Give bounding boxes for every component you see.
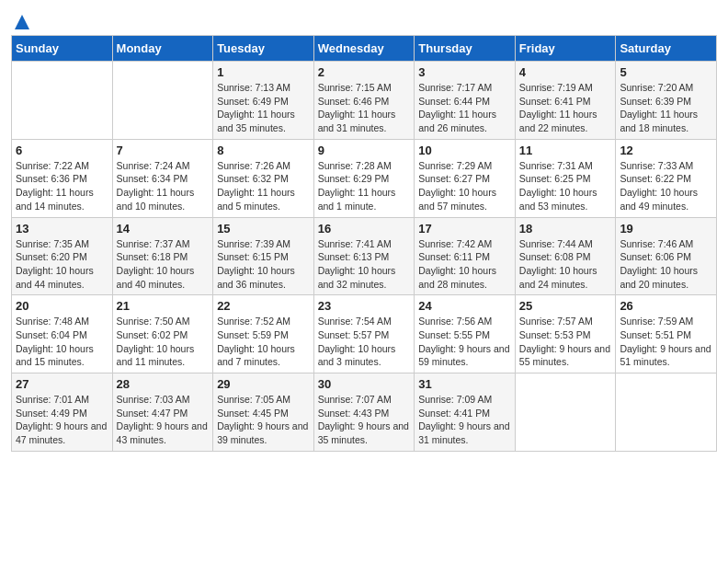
day-cell: 8Sunrise: 7:26 AMSunset: 6:32 PMDaylight… xyxy=(213,139,314,217)
day-info: Sunrise: 7:26 AMSunset: 6:32 PMDaylight:… xyxy=(217,159,310,213)
day-cell: 3Sunrise: 7:17 AMSunset: 6:44 PMDaylight… xyxy=(415,62,516,140)
day-info: Sunrise: 7:46 AMSunset: 6:06 PMDaylight:… xyxy=(620,237,712,292)
day-number: 11 xyxy=(519,144,612,157)
day-cell: 25Sunrise: 7:57 AMSunset: 5:53 PMDayligh… xyxy=(515,295,616,373)
day-cell: 22Sunrise: 7:52 AMSunset: 5:59 PMDayligh… xyxy=(213,295,314,373)
day-number: 29 xyxy=(217,377,310,391)
day-cell: 15Sunrise: 7:39 AMSunset: 6:15 PMDayligh… xyxy=(213,217,314,295)
week-row-2: 6Sunrise: 7:22 AMSunset: 6:36 PMDaylight… xyxy=(12,139,717,217)
day-number: 15 xyxy=(217,222,310,236)
day-cell: 7Sunrise: 7:24 AMSunset: 6:34 PMDaylight… xyxy=(112,139,213,217)
day-cell: 2Sunrise: 7:15 AMSunset: 6:46 PMDaylight… xyxy=(313,62,415,140)
day-number: 31 xyxy=(418,377,511,391)
day-number: 18 xyxy=(519,222,612,236)
day-info: Sunrise: 7:17 AMSunset: 6:44 PMDaylight:… xyxy=(418,81,511,135)
day-info: Sunrise: 7:22 AMSunset: 6:36 PMDaylight:… xyxy=(16,159,108,213)
header-row: SundayMondayTuesdayWednesdayThursdayFrid… xyxy=(12,36,717,62)
day-info: Sunrise: 7:52 AMSunset: 5:59 PMDaylight:… xyxy=(217,315,310,369)
day-info: Sunrise: 7:59 AMSunset: 5:51 PMDaylight:… xyxy=(620,315,712,369)
day-cell: 27Sunrise: 7:01 AMSunset: 4:49 PMDayligh… xyxy=(12,373,113,452)
day-info: Sunrise: 7:31 AMSunset: 6:25 PMDaylight:… xyxy=(519,159,612,213)
day-header-thursday: Thursday xyxy=(415,36,516,62)
day-number: 24 xyxy=(418,299,511,313)
day-number: 12 xyxy=(620,144,712,157)
day-cell: 28Sunrise: 7:03 AMSunset: 4:47 PMDayligh… xyxy=(112,373,213,452)
day-number: 8 xyxy=(217,144,310,157)
week-row-3: 13Sunrise: 7:35 AMSunset: 6:20 PMDayligh… xyxy=(12,217,717,295)
day-number: 22 xyxy=(217,299,310,313)
day-info: Sunrise: 7:35 AMSunset: 6:20 PMDaylight:… xyxy=(16,237,108,292)
day-number: 21 xyxy=(117,299,210,313)
day-cell: 4Sunrise: 7:19 AMSunset: 6:41 PMDaylight… xyxy=(515,62,616,140)
week-row-1: 1Sunrise: 7:13 AMSunset: 6:49 PMDaylight… xyxy=(12,62,717,140)
day-cell: 16Sunrise: 7:41 AMSunset: 6:13 PMDayligh… xyxy=(313,217,415,295)
day-cell xyxy=(112,62,213,140)
day-info: Sunrise: 7:07 AMSunset: 4:43 PMDaylight:… xyxy=(318,393,411,447)
day-info: Sunrise: 7:13 AMSunset: 6:49 PMDaylight:… xyxy=(217,81,310,135)
day-cell: 5Sunrise: 7:20 AMSunset: 6:39 PMDaylight… xyxy=(616,62,717,140)
day-number: 16 xyxy=(318,222,411,236)
day-cell: 10Sunrise: 7:29 AMSunset: 6:27 PMDayligh… xyxy=(415,139,516,217)
calendar-table: SundayMondayTuesdayWednesdayThursdayFrid… xyxy=(11,35,717,452)
day-info: Sunrise: 7:54 AMSunset: 5:57 PMDaylight:… xyxy=(318,315,411,369)
day-info: Sunrise: 7:09 AMSunset: 4:41 PMDaylight:… xyxy=(418,393,511,447)
calendar-container: SundayMondayTuesdayWednesdayThursdayFrid… xyxy=(0,0,728,463)
day-number: 3 xyxy=(418,65,511,79)
day-cell: 6Sunrise: 7:22 AMSunset: 6:36 PMDaylight… xyxy=(12,139,113,217)
day-number: 25 xyxy=(519,299,612,313)
day-info: Sunrise: 7:50 AMSunset: 6:02 PMDaylight:… xyxy=(117,315,210,369)
day-info: Sunrise: 7:24 AMSunset: 6:34 PMDaylight:… xyxy=(117,159,210,213)
day-number: 6 xyxy=(16,144,108,157)
day-info: Sunrise: 7:33 AMSunset: 6:22 PMDaylight:… xyxy=(620,159,712,213)
day-info: Sunrise: 7:05 AMSunset: 4:45 PMDaylight:… xyxy=(217,393,310,447)
day-cell: 21Sunrise: 7:50 AMSunset: 6:02 PMDayligh… xyxy=(112,295,213,373)
day-number: 1 xyxy=(217,65,310,79)
day-header-monday: Monday xyxy=(112,36,213,62)
day-header-wednesday: Wednesday xyxy=(313,36,415,62)
day-cell: 30Sunrise: 7:07 AMSunset: 4:43 PMDayligh… xyxy=(313,373,415,452)
day-cell xyxy=(616,373,717,452)
day-info: Sunrise: 7:20 AMSunset: 6:39 PMDaylight:… xyxy=(620,81,712,135)
day-cell: 20Sunrise: 7:48 AMSunset: 6:04 PMDayligh… xyxy=(12,295,113,373)
day-cell: 14Sunrise: 7:37 AMSunset: 6:18 PMDayligh… xyxy=(112,217,213,295)
day-number: 19 xyxy=(620,222,712,236)
day-info: Sunrise: 7:28 AMSunset: 6:29 PMDaylight:… xyxy=(318,159,411,213)
day-number: 9 xyxy=(318,144,411,157)
day-info: Sunrise: 7:19 AMSunset: 6:41 PMDaylight:… xyxy=(519,81,612,135)
svg-marker-0 xyxy=(15,15,29,29)
day-info: Sunrise: 7:56 AMSunset: 5:55 PMDaylight:… xyxy=(418,315,511,369)
day-number: 28 xyxy=(117,377,210,391)
day-cell: 12Sunrise: 7:33 AMSunset: 6:22 PMDayligh… xyxy=(616,139,717,217)
day-cell: 24Sunrise: 7:56 AMSunset: 5:55 PMDayligh… xyxy=(415,295,516,373)
day-info: Sunrise: 7:41 AMSunset: 6:13 PMDaylight:… xyxy=(318,237,411,292)
day-info: Sunrise: 7:03 AMSunset: 4:47 PMDaylight:… xyxy=(117,393,210,447)
day-number: 2 xyxy=(318,65,411,79)
day-number: 5 xyxy=(620,65,712,79)
day-header-saturday: Saturday xyxy=(616,36,717,62)
day-cell xyxy=(515,373,616,452)
header xyxy=(11,9,717,28)
day-number: 23 xyxy=(318,299,411,313)
day-number: 13 xyxy=(16,222,108,236)
day-cell: 31Sunrise: 7:09 AMSunset: 4:41 PMDayligh… xyxy=(415,373,516,452)
week-row-5: 27Sunrise: 7:01 AMSunset: 4:49 PMDayligh… xyxy=(12,373,717,452)
day-info: Sunrise: 7:48 AMSunset: 6:04 PMDaylight:… xyxy=(16,315,108,369)
day-number: 10 xyxy=(418,144,511,157)
day-info: Sunrise: 7:15 AMSunset: 6:46 PMDaylight:… xyxy=(318,81,411,135)
day-info: Sunrise: 7:44 AMSunset: 6:08 PMDaylight:… xyxy=(519,237,612,292)
day-cell: 29Sunrise: 7:05 AMSunset: 4:45 PMDayligh… xyxy=(213,373,314,452)
day-cell: 26Sunrise: 7:59 AMSunset: 5:51 PMDayligh… xyxy=(616,295,717,373)
day-info: Sunrise: 7:29 AMSunset: 6:27 PMDaylight:… xyxy=(418,159,511,213)
day-info: Sunrise: 7:01 AMSunset: 4:49 PMDaylight:… xyxy=(16,393,108,447)
day-cell: 9Sunrise: 7:28 AMSunset: 6:29 PMDaylight… xyxy=(313,139,415,217)
day-cell: 19Sunrise: 7:46 AMSunset: 6:06 PMDayligh… xyxy=(616,217,717,295)
day-number: 30 xyxy=(318,377,411,391)
day-number: 20 xyxy=(16,299,108,313)
day-number: 17 xyxy=(418,222,511,236)
day-number: 27 xyxy=(16,377,108,391)
day-info: Sunrise: 7:42 AMSunset: 6:11 PMDaylight:… xyxy=(418,237,511,292)
day-cell: 23Sunrise: 7:54 AMSunset: 5:57 PMDayligh… xyxy=(313,295,415,373)
day-header-sunday: Sunday xyxy=(12,36,113,62)
day-info: Sunrise: 7:39 AMSunset: 6:15 PMDaylight:… xyxy=(217,237,310,292)
day-cell xyxy=(12,62,113,140)
